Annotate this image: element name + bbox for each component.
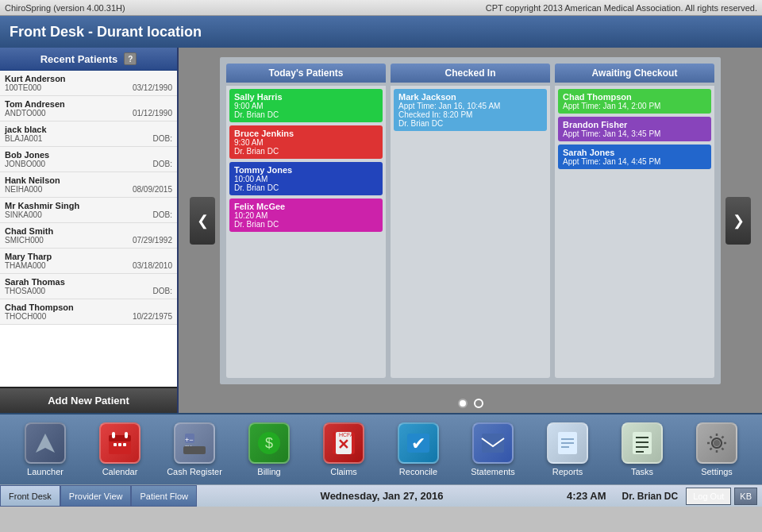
carousel-inner: Today's Patients Sally Harris 9:00 AM Dr… (218, 56, 722, 386)
awaiting-card[interactable]: Brandon Fisher Appt Time: Jan 14, 3:45 P… (558, 117, 711, 141)
patient-list-item[interactable]: Tom Andresen ANDTO000 01/12/1990 (0, 96, 177, 121)
patient-dob: 10/22/1975 (133, 312, 172, 321)
patient-name: Chad Smith (5, 226, 172, 236)
toolbar-cash-register[interactable]: +−×÷Cash Register (167, 422, 222, 476)
claims-label: Claims (330, 467, 357, 476)
status-tab-provider-view[interactable]: Provider View (60, 485, 132, 507)
toolbar-calendar[interactable]: Calendar (92, 422, 148, 476)
carousel-dot-1[interactable] (458, 399, 468, 408)
carousel-dot-2[interactable] (474, 399, 483, 408)
carousel-next-button[interactable]: ❯ (725, 197, 751, 245)
statements-label: Statements (471, 467, 515, 476)
patient-dob: DOB: (153, 210, 172, 219)
appt-time: 9:30 AM (234, 138, 378, 147)
appt-name: Sarah Jones (563, 148, 706, 157)
patient-id: THOCH000 (5, 312, 46, 321)
svg-rect-29 (636, 451, 644, 453)
svg-rect-23 (561, 442, 574, 444)
toolbar-billing[interactable]: $Billing (241, 422, 297, 476)
toolbar-tasks[interactable]: Tasks (614, 422, 670, 476)
status-date: Wednesday, Jan 27, 2016 (197, 490, 567, 502)
appt-time: 10:20 AM (234, 211, 378, 220)
columns-area: Today's Patients Sally Harris 9:00 AM Dr… (226, 64, 714, 378)
patient-list-item[interactable]: Hank Neilson NEIHA000 08/09/2015 (0, 172, 177, 198)
patient-list-item[interactable]: Mr Kashmir Singh SINKA000 DOB: (0, 198, 177, 223)
svg-line-32 (722, 448, 723, 449)
patient-info: JONBO000 DOB: (5, 160, 172, 168)
main-content: Recent Patients ? Kurt Anderson 100TE000… (0, 48, 762, 413)
sidebar-help-button[interactable]: ? (124, 52, 137, 65)
patient-info: THOSA000 DOB: (5, 287, 172, 295)
appt-doctor: Dr. Brian DC (234, 183, 378, 192)
awaiting-card[interactable]: Sarah Jones Appt Time: Jan 14, 4:45 PM (558, 145, 711, 169)
patient-list-item[interactable]: Kurt Anderson 100TE000 03/12/1990 (0, 71, 177, 96)
appt-time: Appt Time: Jan 14, 3:45 PM (563, 129, 706, 138)
patient-id: THOSA000 (5, 287, 45, 295)
copyright: CPT copyright 2013 American Medical Asso… (486, 3, 757, 13)
awaiting-card[interactable]: Chad Thompson Appt Time: Jan 14, 2:00 PM (558, 89, 711, 114)
checkedin-card[interactable]: Mark Jackson Appt Time: Jan 16, 10:45 AM… (394, 89, 547, 131)
appointment-card[interactable]: Tommy Jones 10:00 AM Dr. Brian DC (229, 162, 383, 195)
carousel-container: ❮ Today's Patients Sally Harris 9:00 AM … (179, 48, 762, 394)
toolbar-settings[interactable]: Settings (689, 422, 745, 476)
appointment-card[interactable]: Felix McGee 10:20 AM Dr. Brian DC (229, 199, 383, 232)
patient-list-item[interactable]: Sarah Thomas THOSA000 DOB: (0, 274, 177, 299)
patient-id: SMICH000 (5, 236, 44, 245)
patient-info: SMICH000 07/29/1992 (5, 236, 172, 245)
patient-list-item[interactable]: jack black BLAJA001 DOB: (0, 121, 177, 147)
reports-icon (547, 422, 588, 464)
settings-label: Settings (701, 467, 733, 476)
patient-name: Sarah Thomas (5, 277, 172, 287)
patient-list-item[interactable]: Mary Tharp THAMA000 03/18/2010 (0, 249, 177, 274)
tasks-icon (622, 422, 663, 464)
patient-dob: DOB: (153, 287, 172, 295)
patient-info: SINKA000 DOB: (5, 210, 172, 219)
patient-name: Bob Jones (5, 150, 172, 160)
patient-info: THOCH000 10/22/1975 (5, 312, 172, 321)
patient-name: Tom Andresen (5, 99, 172, 109)
svg-rect-20 (482, 434, 504, 453)
patient-name: Chad Thompson (5, 303, 172, 312)
appt-doctor: Dr. Brian DC (234, 110, 378, 119)
patient-info: 100TE000 03/12/1990 (5, 83, 172, 92)
patient-name: Kurt Anderson (5, 74, 172, 83)
cash-register-icon: +−×÷ (174, 422, 215, 464)
appt-time: 10:00 AM (234, 175, 378, 183)
patient-info: ANDTO000 01/12/1990 (5, 109, 172, 118)
claims-icon: HCFA✕ (323, 422, 364, 464)
title-bar: ChiroSpring (version 4.00.31H) CPT copyr… (0, 0, 762, 16)
svg-point-30 (714, 440, 720, 446)
svg-rect-22 (561, 438, 574, 440)
svg-text:✕: ✕ (337, 437, 349, 453)
patient-info: NEIHA000 08/09/2015 (5, 185, 172, 194)
calendar-icon (99, 422, 140, 464)
patient-list-item[interactable]: Bob Jones JONBO000 DOB: (0, 147, 177, 172)
status-bar: Front DeskProvider ViewPatient FlowWedne… (0, 484, 762, 507)
status-provider: Dr. Brian DC (622, 491, 678, 502)
status-time: 4:23 AM (567, 490, 606, 502)
svg-marker-0 (36, 434, 55, 453)
toolbar-claims[interactable]: HCFA✕Claims (316, 422, 371, 476)
svg-line-36 (710, 437, 712, 438)
reports-label: Reports (552, 467, 583, 476)
toolbar-reconcile[interactable]: ✔Reconcile (391, 422, 446, 476)
appointment-card[interactable]: Bruce Jenkins 9:30 AM Dr. Brian DC (229, 125, 383, 159)
toolbar-reports[interactable]: Reports (540, 422, 595, 476)
appointment-card[interactable]: Sally Harris 9:00 AM Dr. Brian DC (229, 89, 383, 122)
patient-list-item[interactable]: Chad Smith SMICH000 07/29/1992 (0, 223, 177, 249)
appt-name: Tommy Jones (234, 165, 378, 175)
kb-button[interactable]: KB (734, 488, 757, 505)
status-tab-front-desk[interactable]: Front Desk (0, 485, 60, 507)
billing-label: Billing (257, 467, 280, 476)
carousel-prev-button[interactable]: ❮ (190, 197, 215, 245)
add-new-patient-button[interactable]: Add New Patient (0, 387, 177, 413)
logout-button[interactable]: Log Out (686, 488, 731, 505)
patient-list-item[interactable]: Chad Thompson THOCH000 10/22/1975 (0, 299, 177, 325)
patient-dob: DOB: (153, 160, 172, 168)
patient-id: NEIHA000 (5, 185, 42, 194)
status-tab-patient-flow[interactable]: Patient Flow (131, 485, 197, 507)
toolbar-launcher[interactable]: Launcher (17, 422, 73, 476)
patient-name: Mr Kashmir Singh (5, 201, 172, 210)
toolbar-statements[interactable]: Statements (465, 422, 521, 476)
column-awaiting: Awaiting Checkout Chad Thompson Appt Tim… (555, 64, 714, 378)
